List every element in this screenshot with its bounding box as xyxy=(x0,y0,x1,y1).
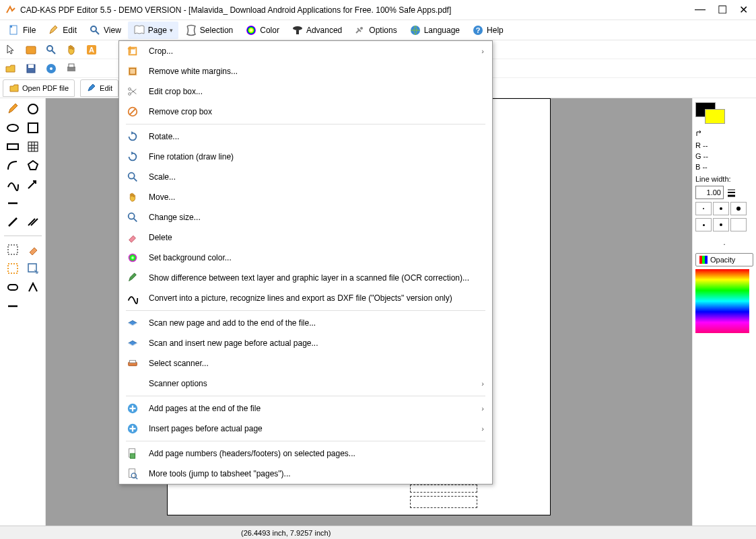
tab-open-pdf[interactable]: Open PDF file xyxy=(3,79,75,97)
advanced-icon xyxy=(291,24,304,36)
tool-select-blue[interactable] xyxy=(25,260,41,277)
menu-item-12[interactable]: Show difference between text layer and g… xyxy=(119,268,492,288)
swap-icon[interactable] xyxy=(695,131,705,137)
menu-item-label: Convert into a picture, recognize lines … xyxy=(149,293,484,303)
menu-help[interactable]: ? Help xyxy=(467,22,509,39)
menu-view[interactable]: View xyxy=(83,22,127,39)
menu-item-16[interactable]: Scan and insert new page before actual p… xyxy=(119,333,492,353)
menu-item-0[interactable]: Crop...› xyxy=(119,41,492,61)
menu-item-13[interactable]: Convert into a picture, recognize lines … xyxy=(119,288,492,308)
menu-item-5[interactable]: Rotate... xyxy=(119,127,492,147)
menu-item-1[interactable]: Remove white margins... xyxy=(119,61,492,81)
menu-item-18[interactable]: Scanner options› xyxy=(119,373,492,394)
tool-cursor[interactable] xyxy=(3,42,19,58)
tool-parallel[interactable] xyxy=(25,214,41,230)
pen-size-6[interactable] xyxy=(730,218,747,231)
tool-angle[interactable] xyxy=(25,279,41,295)
tool-text[interactable]: A xyxy=(83,42,100,58)
menu-edit[interactable]: Edit xyxy=(42,22,82,39)
minimize-button[interactable]: — xyxy=(695,3,706,16)
color-spectrum[interactable] xyxy=(695,269,749,333)
menu-file[interactable]: File xyxy=(3,22,41,39)
menu-item-label: Scanner options xyxy=(149,379,472,388)
tool-disc[interactable] xyxy=(43,61,59,77)
menu-selection[interactable]: Selection xyxy=(180,22,238,39)
tab-edit[interactable]: Edit xyxy=(80,79,118,97)
tool-print[interactable] xyxy=(63,61,79,77)
block-icon xyxy=(126,105,139,118)
tool-grid[interactable] xyxy=(25,139,41,155)
menu-options[interactable]: Options xyxy=(349,22,402,39)
linewidth-picker-icon[interactable] xyxy=(726,186,739,199)
linewidth-label: Line width: xyxy=(695,175,753,183)
menu-item-7[interactable]: Scale... xyxy=(119,167,492,187)
opacity-button[interactable]: Opacity xyxy=(695,253,753,266)
menu-item-label: Remove crop box xyxy=(149,107,484,116)
hand-icon xyxy=(65,44,77,56)
page-icon xyxy=(126,447,139,460)
tool-select-orange[interactable] xyxy=(5,260,21,277)
circle-icon xyxy=(26,102,40,116)
pen-size-1[interactable] xyxy=(695,202,712,215)
pen-size-2[interactable] xyxy=(713,202,729,215)
tool-hline[interactable] xyxy=(5,195,21,211)
menu-item-9[interactable]: Change size... xyxy=(119,207,492,227)
tool-marquee[interactable] xyxy=(5,242,21,258)
menubar: File Edit View Page ▾ Selection Color Ad… xyxy=(0,20,756,40)
tool-rect[interactable] xyxy=(25,120,41,136)
menu-item-21[interactable]: Insert pages before actual page› xyxy=(119,419,492,439)
pen-size-4[interactable] xyxy=(695,218,712,231)
menu-item-17[interactable]: Select scanner... xyxy=(119,353,492,373)
menu-item-8[interactable]: Move... xyxy=(119,187,492,207)
menu-item-23[interactable]: Add page numbers (headers/footers) on se… xyxy=(119,443,492,464)
close-button[interactable]: ✕ xyxy=(739,3,748,16)
menu-item-11[interactable]: Set background color... xyxy=(119,248,492,268)
tool-rect-wide[interactable] xyxy=(5,139,21,155)
menu-color[interactable]: Color xyxy=(240,22,285,39)
tool-arc[interactable] xyxy=(5,157,21,174)
linewidth-input[interactable] xyxy=(695,186,724,199)
menu-item-label: Edit crop box... xyxy=(149,87,484,96)
rotate-icon xyxy=(126,130,139,143)
svg-line-74 xyxy=(136,477,138,479)
menu-item-15[interactable]: Scan new page and add to the end of the … xyxy=(119,313,492,333)
menu-language[interactable]: Language xyxy=(404,22,465,39)
options-icon xyxy=(354,24,366,36)
menu-advanced[interactable]: Advanced xyxy=(286,22,347,39)
tool-curve[interactable] xyxy=(5,176,21,192)
tool-eraser[interactable] xyxy=(25,242,41,258)
app-icon xyxy=(5,5,16,15)
background-swatch[interactable] xyxy=(705,109,725,124)
tool-line[interactable] xyxy=(5,214,21,230)
tool-ellipse[interactable] xyxy=(5,120,21,136)
tool-rounded[interactable] xyxy=(5,279,21,295)
menu-item-24[interactable]: More tools (jump to tabsheet "pages")... xyxy=(119,464,492,484)
tool-brush[interactable] xyxy=(5,101,21,117)
tool-save[interactable] xyxy=(23,61,39,77)
menu-item-10[interactable]: Delete xyxy=(119,227,492,248)
menu-page[interactable]: Page ▾ xyxy=(128,22,178,39)
svg-line-12 xyxy=(52,50,55,54)
maximize-button[interactable]: ☐ xyxy=(718,3,727,16)
tool-open[interactable] xyxy=(3,61,19,77)
menu-item-6[interactable]: Fine rotation (draw line) xyxy=(119,147,492,167)
line-icon xyxy=(6,215,20,229)
svg-line-56 xyxy=(130,109,136,115)
pen-size-5[interactable] xyxy=(713,218,729,231)
tool-polygon[interactable] xyxy=(25,157,41,174)
tool-hand[interactable] xyxy=(63,42,79,58)
tool-circle[interactable] xyxy=(25,101,41,117)
statusbar: (26.4493 inch, 7.9257 inch) xyxy=(0,526,756,539)
select-orange-icon xyxy=(6,262,20,275)
menu-item-2[interactable]: Edit crop box... xyxy=(119,81,492,102)
tool-folder[interactable] xyxy=(23,42,39,58)
menu-item-20[interactable]: Add pages at the end of the file› xyxy=(119,398,492,419)
tool-arrow[interactable] xyxy=(25,176,41,192)
menu-item-3[interactable]: Remove crop box xyxy=(119,102,492,122)
tool-hline2[interactable] xyxy=(5,298,21,314)
svg-text:?: ? xyxy=(476,26,481,34)
pen-size-3[interactable] xyxy=(730,202,747,215)
menu-item-label: Add pages at the end of the file xyxy=(149,404,472,413)
tool-zoom[interactable] xyxy=(43,42,59,58)
marquee-icon xyxy=(6,243,20,256)
